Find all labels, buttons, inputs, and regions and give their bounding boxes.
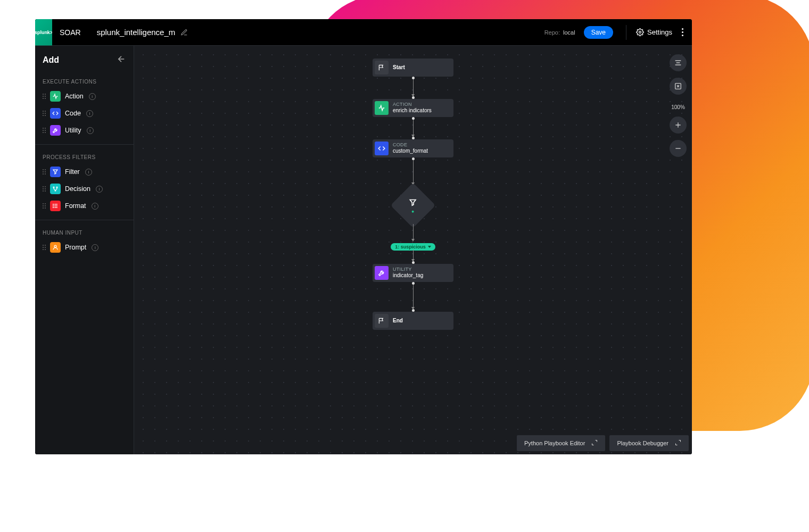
edge <box>413 160 414 185</box>
palette-item-label: Decision <box>65 185 90 193</box>
node-end[interactable]: End <box>373 312 453 330</box>
svg-point-8 <box>53 206 54 206</box>
edge <box>413 79 414 96</box>
node-filter[interactable] <box>391 183 436 228</box>
canvas-controls: 100% <box>670 54 687 157</box>
svg-point-3 <box>55 190 56 191</box>
funnel-icon <box>409 198 417 207</box>
svg-point-7 <box>53 204 54 205</box>
palette-item-code[interactable]: Code i <box>35 105 134 122</box>
svg-point-2 <box>56 187 57 188</box>
tab-label: Python Playbook Editor <box>524 440 585 446</box>
info-icon[interactable]: i <box>85 169 92 176</box>
palette-item-label: Action <box>65 93 84 100</box>
flag-icon <box>375 314 389 328</box>
playbook-filename[interactable]: splunk_intelligence_m <box>97 28 176 37</box>
edge <box>413 224 414 241</box>
zoom-out-button[interactable] <box>670 140 687 157</box>
divider <box>35 144 134 145</box>
edit-name-icon[interactable] <box>180 29 188 36</box>
app-window: splunk> SOAR splunk_intelligence_m Repo:… <box>35 19 692 454</box>
pulse-icon <box>50 91 61 102</box>
wrench-icon <box>50 125 61 136</box>
drag-handle-icon <box>43 94 46 99</box>
palette-item-label: Prompt <box>65 244 86 251</box>
code-icon <box>375 142 389 155</box>
settings-button[interactable]: Settings <box>636 28 672 36</box>
sidebar-title: Add <box>43 55 59 65</box>
palette-item-label: Format <box>65 202 86 210</box>
auto-layout-button[interactable] <box>670 54 687 71</box>
drag-handle-icon <box>43 111 46 116</box>
palette-item-filter[interactable]: Filter i <box>35 163 134 180</box>
collapse-sidebar-icon[interactable] <box>117 54 126 66</box>
palette-item-decision[interactable]: Decision i <box>35 180 134 197</box>
info-icon[interactable]: i <box>86 110 93 117</box>
status-dot <box>412 211 414 213</box>
canvas[interactable]: Start ACTION enrich indicators <box>134 46 692 454</box>
fit-view-button[interactable] <box>670 78 687 95</box>
svg-point-9 <box>53 207 54 208</box>
settings-label: Settings <box>647 28 672 36</box>
gear-icon <box>636 28 644 36</box>
info-icon[interactable]: i <box>87 127 94 134</box>
brand-logo[interactable]: splunk> <box>35 19 52 46</box>
zoom-in-button[interactable] <box>670 117 687 134</box>
info-icon[interactable]: i <box>89 93 96 100</box>
svg-point-0 <box>639 31 641 34</box>
wrench-icon <box>375 266 389 280</box>
palette-item-format[interactable]: Format i <box>35 197 134 214</box>
node-type: CODE <box>393 142 428 148</box>
node-type: UTILITY <box>393 267 423 272</box>
palette-item-utility[interactable]: Utility i <box>35 122 134 139</box>
tab-label: Playbook Debugger <box>617 440 668 446</box>
tab-debugger[interactable]: Playbook Debugger <box>609 435 689 451</box>
info-icon[interactable]: i <box>96 186 103 193</box>
drag-handle-icon <box>43 186 46 192</box>
svg-point-1 <box>53 187 54 188</box>
divider <box>35 220 134 220</box>
palette-item-label: Filter <box>65 168 80 176</box>
tab-python-editor[interactable]: Python Playbook Editor <box>517 435 605 451</box>
user-icon <box>50 242 61 253</box>
section-label-human: HUMAN INPUT <box>35 226 134 239</box>
node-start[interactable]: Start <box>373 59 453 77</box>
top-bar: splunk> SOAR splunk_intelligence_m Repo:… <box>35 19 692 46</box>
zoom-level: 100% <box>671 104 685 110</box>
section-label-execute: EXECUTE ACTIONS <box>35 74 134 88</box>
info-icon[interactable]: i <box>92 244 98 251</box>
edge <box>413 250 414 261</box>
drag-handle-icon <box>43 169 46 174</box>
brand-logo-text: splunk> <box>35 30 53 35</box>
node-code[interactable]: CODE custom_format <box>373 139 453 157</box>
node-label: End <box>393 318 403 325</box>
palette-item-action[interactable]: Action i <box>35 88 134 105</box>
branch-icon <box>50 184 61 194</box>
palette-item-prompt[interactable]: Prompt i <box>35 239 134 256</box>
node-type: ACTION <box>393 102 432 107</box>
drag-handle-icon <box>43 203 46 209</box>
info-icon[interactable]: i <box>92 203 98 210</box>
edge <box>413 285 414 309</box>
expand-icon <box>675 439 681 447</box>
palette-item-label: Code <box>65 110 81 117</box>
drag-handle-icon <box>43 128 46 133</box>
playbook-flow: Start ACTION enrich indicators <box>373 59 453 330</box>
node-label: Start <box>393 64 405 71</box>
drag-handle-icon <box>43 245 46 250</box>
save-button[interactable]: Save <box>584 26 613 39</box>
product-name: SOAR <box>60 28 81 37</box>
sidebar: Add EXECUTE ACTIONS Action i Code <box>35 46 134 454</box>
node-utility[interactable]: UTILITY indicator_tag <box>373 264 453 282</box>
svg-point-10 <box>54 245 56 247</box>
condition-label: 1: suspicious <box>395 244 426 250</box>
pulse-icon <box>375 101 389 115</box>
list-icon <box>50 201 61 211</box>
repo-value[interactable]: local <box>563 29 575 36</box>
node-action[interactable]: ACTION enrich indicators <box>373 99 453 117</box>
bottom-panel-tabs: Python Playbook Editor Playbook Debugger <box>514 432 692 454</box>
flag-icon <box>375 61 389 74</box>
node-name: indicator_tag <box>393 272 423 279</box>
funnel-icon <box>50 167 61 177</box>
more-menu-button[interactable] <box>679 25 687 39</box>
